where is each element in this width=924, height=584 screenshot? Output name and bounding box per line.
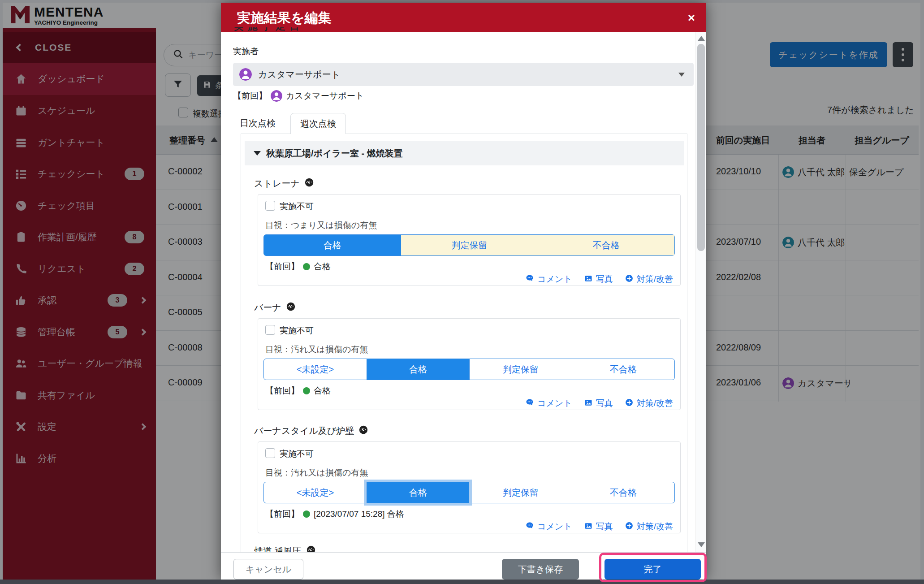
result-segmented-control: 合格判定保留不合格: [263, 234, 675, 256]
result-option-0[interactable]: <未設定>: [264, 482, 367, 503]
comment-icon: [525, 398, 534, 409]
previous-label: 【前回】: [233, 90, 267, 102]
check-item-label: バーナスタイル及び炉壁: [254, 425, 368, 437]
result-option-3[interactable]: 不合格: [572, 482, 674, 503]
comment-link[interactable]: コメント: [525, 521, 572, 532]
chevron-down-icon: [678, 73, 685, 77]
not-executable-checkbox[interactable]: [265, 201, 275, 211]
photo-icon: [584, 521, 593, 532]
plus-icon: [625, 521, 634, 532]
screen: MENTENA YACHIYO Engineering チェックシート カスタマ…: [0, 0, 924, 584]
comment-link[interactable]: コメント: [525, 398, 572, 409]
not-executable-checkbox[interactable]: [265, 325, 275, 335]
check-item-card: 実施不可目視：つまり又は損傷の有無合格判定保留不合格【前回】合格コメント写真対策…: [258, 194, 681, 286]
item-action-links: コメント写真対策/改善: [525, 273, 673, 285]
result-option-1[interactable]: 合格: [367, 482, 469, 503]
result-option-2[interactable]: 判定保留: [469, 359, 572, 380]
previous-result: 【前回】[2023/07/07 15:28] 合格: [265, 508, 404, 520]
gauge-icon: [358, 425, 368, 437]
check-item-label: ストレーナ: [254, 177, 314, 190]
plus-link[interactable]: 対策/改善: [625, 398, 673, 409]
previous-result: 【前回】合格: [265, 261, 331, 273]
complete-button[interactable]: 完了: [604, 559, 701, 580]
comment-link[interactable]: コメント: [525, 273, 572, 285]
not-executable-label: 実施不可: [280, 201, 314, 212]
photo-link[interactable]: 写真: [584, 273, 613, 285]
edit-result-modal: 実施結果を編集 × 実施予定日 実施者 カスタマーサポート 【前回】 カスタマー…: [221, 3, 706, 580]
result-option-2[interactable]: 不合格: [538, 235, 674, 255]
not-executable-label: 実施不可: [280, 448, 314, 460]
status-green-dot: [303, 510, 310, 518]
result-option-3[interactable]: 不合格: [572, 359, 674, 380]
item-action-links: コメント写真対策/改善: [525, 521, 673, 532]
check-item-card: 実施不可目視：汚れ又は損傷の有無<未設定>合格判定保留不合格【前回】[2023/…: [258, 441, 681, 533]
previous-implementer-value: カスタマーサポート: [286, 90, 364, 102]
result-segmented-control: <未設定>合格判定保留不合格: [263, 359, 675, 380]
cancel-button[interactable]: キャンセル: [233, 559, 303, 580]
result-option-2[interactable]: 判定保留: [469, 482, 572, 503]
result-option-0[interactable]: 合格: [264, 235, 401, 255]
plus-link[interactable]: 対策/改善: [625, 521, 673, 532]
photo-link[interactable]: 写真: [584, 398, 613, 409]
check-item-label: バーナ: [254, 302, 296, 314]
result-segmented-control: <未設定>合格判定保留不合格: [263, 482, 675, 503]
gauge-icon: [286, 302, 296, 314]
modal-scrollbar[interactable]: [695, 32, 706, 552]
previous-result: 【前回】合格: [265, 385, 331, 397]
comment-icon: [525, 274, 534, 285]
modal-title: 実施結果を編集: [237, 9, 332, 27]
equipment-group-label: 秋葉原工場/ボイラー室 - 燃焼装置: [266, 147, 403, 160]
not-executable-label: 実施不可: [280, 325, 314, 337]
chevron-down-icon: [254, 151, 261, 156]
status-green-dot: [303, 263, 310, 270]
implementer-value: カスタマーサポート: [258, 69, 340, 81]
user-avatar: [239, 68, 252, 81]
criteria-text: 目視：汚れ又は損傷の有無: [265, 344, 368, 355]
scroll-down-icon[interactable]: [698, 542, 705, 547]
tab-daily[interactable]: 日次点検: [240, 117, 276, 130]
photo-link[interactable]: 写真: [584, 521, 613, 532]
implementer-select[interactable]: カスタマーサポート: [233, 63, 694, 86]
criteria-text: 目視：つまり又は損傷の有無: [265, 220, 377, 231]
gauge-icon: [304, 177, 314, 190]
plus-link[interactable]: 対策/改善: [625, 273, 673, 285]
result-option-0[interactable]: <未設定>: [264, 359, 367, 380]
result-option-1[interactable]: 合格: [367, 359, 469, 380]
result-option-1[interactable]: 判定保留: [401, 235, 537, 255]
status-green-dot: [303, 387, 310, 394]
close-icon[interactable]: ×: [682, 9, 700, 27]
plus-icon: [625, 274, 634, 285]
scroll-up-icon[interactable]: [698, 36, 705, 41]
window-bottom-edge: [0, 580, 924, 584]
save-draft-button[interactable]: 下書き保存: [502, 559, 579, 580]
previous-implementer-row: 【前回】 カスタマーサポート: [233, 90, 364, 102]
implementer-label: 実施者: [233, 46, 259, 57]
plus-icon: [625, 398, 634, 409]
equipment-group-header[interactable]: 秋葉原工場/ボイラー室 - 燃焼装置: [245, 141, 684, 165]
photo-icon: [584, 274, 593, 285]
not-executable-checkbox[interactable]: [265, 448, 275, 458]
check-item-card: 実施不可目視：汚れ又は損傷の有無<未設定>合格判定保留不合格【前回】合格コメント…: [258, 318, 681, 410]
criteria-text: 目視：汚れ又は損傷の有無: [265, 467, 368, 479]
modal-footer: キャンセル 下書き保存 完了: [221, 552, 706, 580]
item-action-links: コメント写真対策/改善: [525, 398, 673, 409]
photo-icon: [584, 398, 593, 409]
comment-icon: [525, 521, 534, 532]
user-avatar: [271, 90, 282, 102]
tab-weekly[interactable]: 週次点検: [290, 113, 346, 134]
clipped-field-label: 実施予定日: [234, 27, 341, 32]
scrollbar-thumb[interactable]: [697, 44, 705, 251]
